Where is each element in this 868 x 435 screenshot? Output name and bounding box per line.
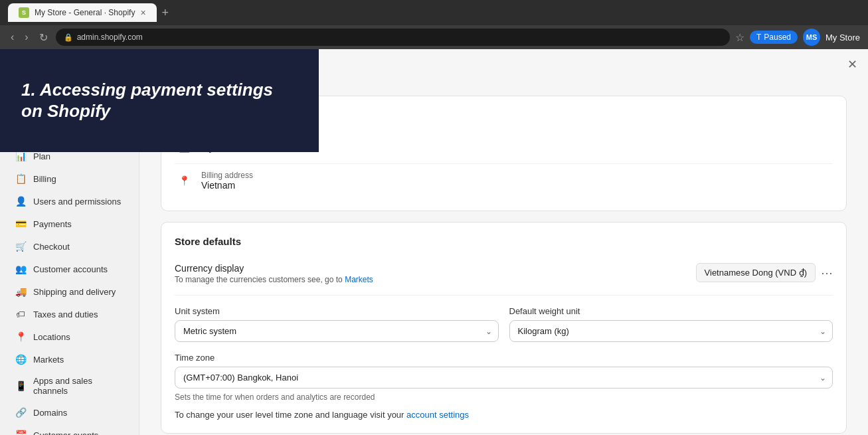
sidebar-item-label-taxes: Taxes and duties [33,309,98,319]
taxes-icon: 🏷 [15,308,27,320]
new-tab-button[interactable]: + [162,6,169,20]
account-settings-link[interactable]: account settings [406,410,469,420]
close-button[interactable]: ✕ [847,57,857,72]
sidebar-item-locations[interactable]: 📍Locations [4,325,135,348]
sidebar-item-customer-accounts[interactable]: 👥Customer accounts [4,258,135,280]
sidebar-item-label-customer-events: Customer events [33,430,98,436]
customer-events-icon: 📅 [15,429,27,435]
sidebar-item-label-shipping: Shipping and delivery [33,287,116,297]
forward-button[interactable]: › [22,29,31,46]
billing-icon: 📋 [15,173,27,185]
currency-display-sub: To manage the currencies customers see, … [175,275,373,284]
weight-unit-label: Default weight unit [509,306,833,316]
tab-favicon: S [19,7,29,18]
currency-display-label: Currency display [175,263,373,274]
sidebar-item-users[interactable]: 👤Users and permissions [4,190,135,213]
currency-display-row: Currency display To manage the currencie… [175,258,833,296]
store-name-header: My Store [825,33,860,43]
timezone-group: Time zone (GMT+07:00) Bangkok, Hanoi ⌄ S… [175,353,833,402]
weight-unit-group: Default weight unit Kilogram (kg) Pound … [509,306,833,342]
markets-icon: 🌐 [15,353,27,365]
address-bar-row: ‹ › ↻ 🔒 admin.shopify.com ☆ T Paused MS … [0,25,868,49]
store-defaults-title: Store defaults [175,236,833,247]
more-options-button[interactable]: ⋯ [821,266,833,280]
unit-system-select[interactable]: Metric system Imperial system [175,320,499,342]
bookmark-button[interactable]: ☆ [735,31,744,44]
sidebar-item-billing[interactable]: 📋Billing [4,167,135,190]
video-overlay: 1. Accessing payment settings on Shopify [0,49,319,152]
sidebar-item-customer-events[interactable]: 📅Customer events [4,424,135,435]
billing-info: Billing address Vietnam [201,171,253,191]
shipping-icon: 🚚 [15,286,27,298]
unit-system-label: Unit system [175,306,499,316]
currency-info: Currency display To manage the currencie… [175,263,373,284]
checkout-icon: 🛒 [15,240,27,252]
browser-tab[interactable]: S My Store - General · Shopify × [8,3,157,22]
video-title: 1. Accessing payment settings on Shopify [21,80,298,121]
customer-accounts-icon: 👥 [15,263,27,275]
locations-icon: 📍 [15,331,27,343]
domains-icon: 🔗 [15,406,27,418]
user-avatar[interactable]: MS [803,29,820,46]
unit-weight-row: Unit system Metric system Imperial syste… [175,306,833,342]
apps-channels-icon: 📱 [15,380,27,392]
timezone-hint: Sets the time for when orders and analyt… [175,392,833,402]
sidebar-item-shipping[interactable]: 🚚Shipping and delivery [4,280,135,303]
paused-label: Paused [764,33,791,42]
users-icon: 👤 [15,195,27,207]
sidebar-item-markets[interactable]: 🌐Markets [4,348,135,371]
address-bar[interactable]: 🔒 admin.shopify.com [56,29,730,46]
app-layout: 1. Accessing payment settings on Shopify… [0,49,868,435]
sidebar-item-taxes[interactable]: 🏷Taxes and duties [4,303,135,325]
sidebar-item-label-payments: Payments [33,219,72,229]
sidebar-item-label-billing: Billing [33,174,56,184]
sidebar-item-apps-channels[interactable]: 📱Apps and sales channels [4,371,135,401]
timezone-label: Time zone [175,353,833,363]
paused-button[interactable]: T Paused [750,31,798,44]
reload-button[interactable]: ↻ [37,29,50,46]
account-settings-text: To change your user level time zone and … [175,410,833,420]
billing-label: Billing address [201,171,253,180]
weight-unit-select-wrapper: Kilogram (kg) Pound (lb) Gram (g) ⌄ [509,320,833,342]
tab-close-btn[interactable]: × [140,7,145,18]
unit-system-select-wrapper: Metric system Imperial system ⌄ [175,320,499,342]
billing-address-row: 📍 Billing address Vietnam [175,164,833,197]
currency-value: Vietnamese Dong (VND ₫) [696,263,816,282]
sidebar-item-label-domains: Domains [33,408,67,418]
sidebar-item-label-users: Users and permissions [33,197,121,207]
sidebar-item-payments[interactable]: 💳Payments [4,213,135,235]
sidebar-item-checkout[interactable]: 🛒Checkout [4,235,135,258]
markets-link[interactable]: Markets [345,275,373,284]
sidebar-item-domains[interactable]: 🔗Domains [4,401,135,424]
timezone-select[interactable]: (GMT+07:00) Bangkok, Hanoi [175,367,833,389]
sidebar-item-label-plan: Plan [33,151,50,161]
sidebar-item-label-markets: Markets [33,355,64,365]
tab-title: My Store - General · Shopify [35,8,135,17]
billing-value: Vietnam [201,180,253,191]
sidebar-item-label-customer-accounts: Customer accounts [33,264,108,274]
sidebar-item-label-locations: Locations [33,332,70,342]
back-button[interactable]: ‹ [8,29,17,46]
lock-icon: 🔒 [64,33,73,42]
payments-icon: 💳 [15,218,27,230]
address-text: admin.shopify.com [77,33,143,42]
browser-chrome: S My Store - General · Shopify × + [0,0,868,25]
paused-avatar: T [756,33,761,42]
unit-system-group: Unit system Metric system Imperial syste… [175,306,499,342]
nav-items-container: ⊞General📊Plan📋Billing👤Users and permissi… [0,122,139,435]
location-icon: 📍 [175,171,193,190]
sidebar-item-label-apps-channels: Apps and sales channels [33,376,124,396]
sidebar-item-label-checkout: Checkout [33,242,70,252]
weight-unit-select[interactable]: Kilogram (kg) Pound (lb) Gram (g) [509,320,833,342]
store-defaults-card: Store defaults Currency display To manag… [161,222,847,434]
timezone-select-wrapper: (GMT+07:00) Bangkok, Hanoi ⌄ [175,367,833,389]
currency-right: Vietnamese Dong (VND ₫) ⋯ [696,263,833,282]
